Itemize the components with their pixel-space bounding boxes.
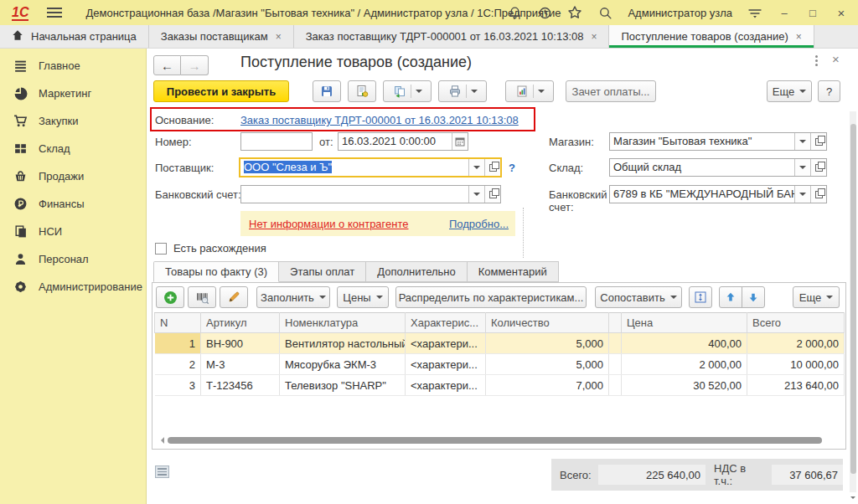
cell-n[interactable]: 2 bbox=[155, 354, 201, 375]
tab-payment-stages[interactable]: Этапы оплат bbox=[279, 261, 366, 282]
sidebar-item-personnel[interactable]: Персонал bbox=[0, 245, 146, 273]
cell-nomenclature[interactable]: Телевизор "SHARP" bbox=[280, 375, 406, 396]
distribute-by-characteristics-button[interactable]: Распределить по характеристикам... bbox=[395, 286, 587, 308]
cell-price[interactable]: 400,00 bbox=[622, 333, 747, 354]
nav-forward-button[interactable]: → bbox=[181, 55, 209, 75]
cell-quantity[interactable]: 5,000 bbox=[486, 333, 609, 354]
cell-total[interactable]: 213 640,00 bbox=[747, 375, 845, 396]
warehouse-open-button[interactable] bbox=[810, 159, 826, 176]
scroll-left-arrow-icon[interactable] bbox=[158, 437, 164, 444]
post-document-button[interactable] bbox=[348, 80, 376, 102]
cell-nomenclature[interactable]: Мясорубка ЭКМ-3 bbox=[280, 354, 406, 375]
warehouse-combobox[interactable]: Общий склад bbox=[609, 158, 827, 177]
calendar-picker-button[interactable] bbox=[452, 133, 468, 150]
prices-dropdown-button[interactable]: Цены bbox=[337, 286, 389, 308]
cell-characteristic[interactable]: <характери... bbox=[406, 354, 486, 375]
discrepancy-checkbox[interactable] bbox=[155, 243, 167, 255]
cell-nomenclature[interactable]: Вентилятор настольный bbox=[280, 333, 406, 354]
shop-combobox[interactable]: Магазин "Бытовая техника" bbox=[609, 132, 827, 151]
col-header-characteristic[interactable]: Характерис... bbox=[406, 313, 486, 333]
form-splitter[interactable] bbox=[523, 208, 524, 258]
payment-offset-button[interactable]: Зачет оплаты... bbox=[566, 80, 656, 102]
notifications-bell-icon[interactable] bbox=[507, 5, 522, 20]
table-more-button[interactable]: Еще bbox=[793, 286, 840, 308]
base-document-link[interactable]: Заказ поставщику ТДРТ-000001 от 16.03.20… bbox=[240, 114, 519, 126]
col-header-n[interactable]: N bbox=[155, 313, 201, 333]
match-dropdown-button[interactable]: Сопоставить bbox=[595, 286, 682, 308]
no-counterparty-info-link[interactable]: Нет информации о контрагенте bbox=[249, 218, 409, 230]
fill-dropdown-button[interactable]: Заполнить bbox=[256, 286, 330, 308]
add-row-button[interactable] bbox=[156, 286, 184, 308]
table-row[interactable]: 2 М-3 Мясорубка ЭКМ-3 <характери... 5,00… bbox=[155, 354, 845, 375]
sidebar-item-warehouse[interactable]: Склад bbox=[0, 135, 146, 162]
shop-open-button[interactable] bbox=[810, 133, 826, 150]
tab-supplier-order-document[interactable]: Заказ поставщику ТДРТ-000001 от 16.03.20… bbox=[294, 25, 610, 48]
service-menu-icon[interactable] bbox=[747, 5, 762, 20]
create-based-on-button[interactable] bbox=[383, 80, 432, 102]
sidebar-item-nsi[interactable]: НСИ bbox=[0, 218, 146, 245]
org-bank-account-combobox[interactable]: 6789 в КБ "МЕЖДУНАРОДНЫЙ БАНК РАЗ bbox=[609, 185, 827, 203]
more-button[interactable]: Еще bbox=[767, 80, 812, 102]
date-input[interactable]: 16.03.2021 0:00:00 bbox=[338, 132, 468, 151]
close-window-button[interactable]: × bbox=[835, 6, 848, 20]
sidebar-item-administration[interactable]: Администрирование bbox=[0, 273, 146, 301]
favorites-star-icon[interactable] bbox=[567, 5, 582, 20]
tab-goods-receipt[interactable]: Поступление товаров (создание) × bbox=[609, 25, 814, 48]
supplier-combobox[interactable]: ООО "Слеза и Ъ" bbox=[239, 157, 502, 177]
tab-additional[interactable]: Дополнительно bbox=[366, 261, 468, 282]
cell-characteristic[interactable]: <характери... bbox=[406, 375, 486, 396]
save-button[interactable] bbox=[313, 80, 341, 102]
table-horizontal-scrollbar[interactable] bbox=[158, 436, 837, 445]
edit-row-button[interactable] bbox=[220, 286, 248, 308]
bank-account-combobox[interactable] bbox=[240, 185, 501, 203]
sidebar-item-finance[interactable]: Финансы bbox=[0, 190, 146, 218]
history-icon[interactable] bbox=[537, 5, 552, 20]
cell-quantity[interactable]: 5,000 bbox=[486, 354, 609, 375]
scrollbar-thumb[interactable] bbox=[168, 437, 822, 444]
post-and-close-button[interactable]: Провести и закрыть bbox=[153, 80, 289, 102]
number-input[interactable] bbox=[240, 132, 313, 151]
main-menu-icon[interactable] bbox=[47, 8, 62, 18]
discrepancy-checkbox-row[interactable]: Есть расхождения bbox=[155, 242, 266, 255]
tab-close-icon[interactable]: × bbox=[276, 31, 282, 43]
scroll-down-arrow-icon[interactable] bbox=[850, 496, 855, 501]
current-user[interactable]: Администратор узла bbox=[628, 7, 732, 19]
discussions-icon[interactable] bbox=[155, 465, 169, 478]
tab-goods-by-fact[interactable]: Товары по факту (3) bbox=[153, 261, 279, 282]
tab-close-icon[interactable]: × bbox=[591, 31, 597, 43]
shop-dropdown-button[interactable] bbox=[794, 133, 810, 150]
sidebar-item-purchases[interactable]: Закупки bbox=[0, 107, 146, 135]
col-header-nomenclature[interactable]: Номенклатура bbox=[280, 313, 406, 333]
search-icon[interactable] bbox=[597, 5, 612, 20]
cell-article[interactable]: М-3 bbox=[201, 354, 280, 375]
table-row[interactable]: 1 ВН-900 Вентилятор настольный <характер… bbox=[155, 333, 845, 354]
barcode-scan-button[interactable] bbox=[188, 286, 216, 308]
help-button[interactable]: ? bbox=[818, 80, 840, 102]
supplier-dropdown-button[interactable] bbox=[468, 159, 484, 176]
org-bank-dropdown-button[interactable] bbox=[794, 186, 810, 203]
tab-home[interactable]: Начальная страница bbox=[0, 25, 149, 48]
cell-characteristic[interactable]: <характери... bbox=[406, 333, 486, 354]
cell-article[interactable]: ВН-900 bbox=[201, 333, 280, 354]
col-header-article[interactable]: Артикул bbox=[201, 313, 280, 333]
form-close-icon[interactable]: × bbox=[832, 52, 840, 66]
bank-account-dropdown-button[interactable] bbox=[468, 186, 484, 203]
table-row[interactable]: 3 Т-123456 Телевизор "SHARP" <характери.… bbox=[155, 375, 845, 396]
move-row-down-button[interactable] bbox=[742, 286, 765, 308]
cell-price[interactable]: 2 000,00 bbox=[622, 354, 747, 375]
sidebar-item-sales[interactable]: Продажи bbox=[0, 162, 146, 190]
col-header-total[interactable]: Всего bbox=[747, 313, 845, 333]
row-height-toggle-button[interactable] bbox=[689, 286, 712, 308]
cell-total[interactable]: 2 000,00 bbox=[747, 333, 845, 354]
supplier-open-button[interactable] bbox=[484, 159, 500, 176]
form-menu-kebab-icon[interactable] bbox=[810, 55, 822, 66]
reports-button[interactable] bbox=[505, 80, 554, 102]
sidebar-item-main[interactable]: Главное bbox=[0, 52, 146, 80]
tab-supplier-orders[interactable]: Заказы поставщикам × bbox=[149, 25, 294, 48]
maximize-button[interactable]: □ bbox=[806, 7, 819, 19]
scrollbar-thumb[interactable] bbox=[850, 124, 856, 474]
details-link[interactable]: Подробно... bbox=[449, 218, 509, 230]
warehouse-dropdown-button[interactable] bbox=[794, 159, 810, 176]
bank-account-open-button[interactable] bbox=[484, 186, 500, 203]
cell-total[interactable]: 10 000,00 bbox=[747, 354, 845, 375]
